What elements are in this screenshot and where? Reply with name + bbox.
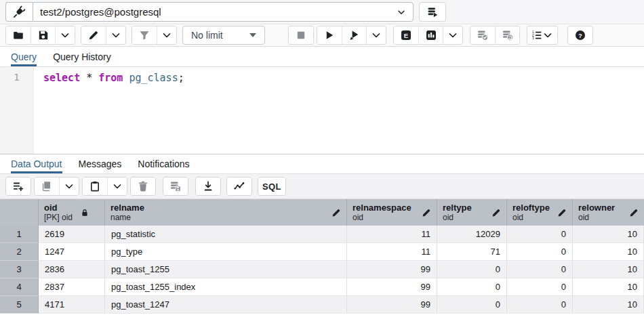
- cell-oid[interactable]: 4171: [39, 296, 105, 314]
- execute-to-cursor-button[interactable]: [342, 26, 366, 44]
- execute-button[interactable]: [317, 26, 342, 44]
- tab-data-output[interactable]: Data Output: [11, 154, 62, 173]
- cell-relnamespace[interactable]: 99: [347, 261, 437, 278]
- save-results-to-file-button[interactable]: [196, 177, 220, 195]
- cell-relnamespace[interactable]: 99: [347, 296, 437, 314]
- tab-notifications[interactable]: Notifications: [138, 154, 189, 173]
- chevron-down-icon: [161, 30, 172, 41]
- table-row: 32836pg_toast_1255990010: [0, 261, 644, 278]
- connection-status-button[interactable]: [5, 2, 33, 22]
- cell-relname[interactable]: pg_type: [105, 243, 347, 261]
- graph-visualiser-button[interactable]: [227, 177, 251, 195]
- new-connection-button[interactable]: [419, 2, 446, 22]
- row-number[interactable]: 3: [0, 261, 39, 278]
- select-all-cell[interactable]: [0, 199, 39, 226]
- cell-relowner[interactable]: 10: [573, 296, 644, 314]
- pencil-icon[interactable]: [418, 208, 431, 217]
- column-type: oid: [512, 213, 550, 223]
- row-number[interactable]: 2: [0, 243, 39, 261]
- cell-reloftype[interactable]: 0: [507, 226, 573, 243]
- column-header-reloftype[interactable]: reloftypeoid: [507, 199, 573, 226]
- connection-selector[interactable]: test2/postgres@postgresql: [33, 2, 414, 22]
- column-header-relnamespace[interactable]: relnamespaceoid: [347, 199, 437, 226]
- filter-options-dropdown[interactable]: [157, 26, 176, 44]
- pencil-icon[interactable]: [327, 208, 341, 217]
- stop-button[interactable]: [289, 26, 313, 44]
- row-number[interactable]: 5: [0, 296, 39, 314]
- edit-options-dropdown[interactable]: [106, 26, 125, 44]
- cell-relname[interactable]: pg_statistic: [105, 226, 347, 243]
- paste-options-dropdown[interactable]: [107, 177, 127, 195]
- button-group: [130, 177, 156, 196]
- cell-oid[interactable]: 2619: [39, 226, 105, 243]
- cell-relname[interactable]: pg_toast_1247: [105, 296, 347, 314]
- save-data-changes-button[interactable]: [163, 177, 188, 195]
- copy-options-dropdown[interactable]: [59, 177, 79, 195]
- column-header-relname[interactable]: relnamename: [105, 199, 347, 226]
- cell-relowner[interactable]: 10: [573, 278, 644, 296]
- sql-editor[interactable]: 1 select * from pg_class;: [0, 67, 644, 154]
- cell-relowner[interactable]: 10: [573, 261, 644, 278]
- cell-relname[interactable]: pg_toast_1255_index: [105, 278, 347, 296]
- cell-reloftype[interactable]: 0: [507, 278, 573, 296]
- row-limit-select[interactable]: No limit: [182, 26, 265, 45]
- plug-icon: [13, 5, 26, 18]
- cell-relnamespace[interactable]: 11: [347, 243, 437, 261]
- row-number[interactable]: 1: [0, 226, 39, 243]
- table-row: 54171pg_toast_1247990010: [0, 296, 644, 314]
- row-number[interactable]: 4: [0, 278, 39, 296]
- pencil-icon[interactable]: [625, 208, 639, 217]
- add-row-button[interactable]: [6, 177, 31, 195]
- rollback-button[interactable]: [495, 26, 519, 44]
- cell-reltype[interactable]: 0: [437, 296, 507, 314]
- copy-button[interactable]: [35, 177, 59, 195]
- save-options-dropdown[interactable]: [55, 26, 75, 44]
- sql-identifier: pg_class: [129, 72, 178, 84]
- column-header-labels: relnamespaceoid: [353, 203, 411, 223]
- explain-options-dropdown[interactable]: [443, 26, 462, 44]
- sql-keyword: select: [43, 72, 80, 84]
- column-header-relowner[interactable]: relowneroid: [573, 199, 644, 226]
- help-icon: ?: [575, 30, 586, 41]
- save-file-button[interactable]: [31, 26, 55, 44]
- cell-relowner[interactable]: 10: [573, 226, 644, 243]
- open-file-button[interactable]: [6, 26, 31, 44]
- show-sql-button[interactable]: SQL: [258, 177, 285, 195]
- tab-query-history[interactable]: Query History: [53, 47, 111, 66]
- pencil-icon[interactable]: [487, 208, 501, 217]
- cell-reloftype[interactable]: 0: [507, 243, 573, 261]
- cell-reltype[interactable]: 71: [437, 243, 507, 261]
- cell-oid[interactable]: 2837: [39, 278, 105, 296]
- tab-messages[interactable]: Messages: [79, 154, 122, 173]
- cell-reltype[interactable]: 0: [437, 278, 507, 296]
- editor-code-area[interactable]: select * from pg_class;: [34, 67, 644, 154]
- pencil-icon[interactable]: [553, 208, 567, 217]
- filter-icon: [139, 30, 150, 41]
- cell-oid[interactable]: 1247: [39, 243, 105, 261]
- paste-button[interactable]: [83, 177, 107, 195]
- tab-query[interactable]: Query: [11, 47, 37, 66]
- commit-button[interactable]: [470, 26, 495, 44]
- cell-relnamespace[interactable]: 11: [347, 226, 437, 243]
- cell-reloftype[interactable]: 0: [507, 261, 573, 278]
- filter-button[interactable]: [132, 26, 157, 44]
- edit-menu-button[interactable]: [81, 26, 106, 44]
- cell-oid[interactable]: 2836: [39, 261, 105, 278]
- delete-rows-button[interactable]: [131, 177, 155, 195]
- grid-body: 12619pg_statistic111202901021247pg_type1…: [0, 226, 644, 314]
- help-button[interactable]: ?: [568, 26, 592, 44]
- cell-relnamespace[interactable]: 99: [347, 278, 437, 296]
- explain-button[interactable]: E: [394, 26, 418, 44]
- query-tab-bar: QueryQuery History: [0, 47, 644, 67]
- macro-button[interactable]: 123: [527, 26, 557, 44]
- cell-reloftype[interactable]: 0: [507, 296, 573, 314]
- cell-reltype[interactable]: 0: [437, 261, 507, 278]
- button-group: [5, 177, 31, 196]
- cell-reltype[interactable]: 12029: [437, 226, 507, 243]
- cell-relname[interactable]: pg_toast_1255: [105, 261, 347, 278]
- cell-relowner[interactable]: 10: [573, 243, 644, 261]
- column-header-reltype[interactable]: reltypeoid: [437, 199, 507, 226]
- execute-options-dropdown[interactable]: [366, 26, 386, 44]
- column-header-oid[interactable]: oid[PK] oid: [39, 199, 105, 226]
- explain-analyze-button[interactable]: [418, 26, 443, 44]
